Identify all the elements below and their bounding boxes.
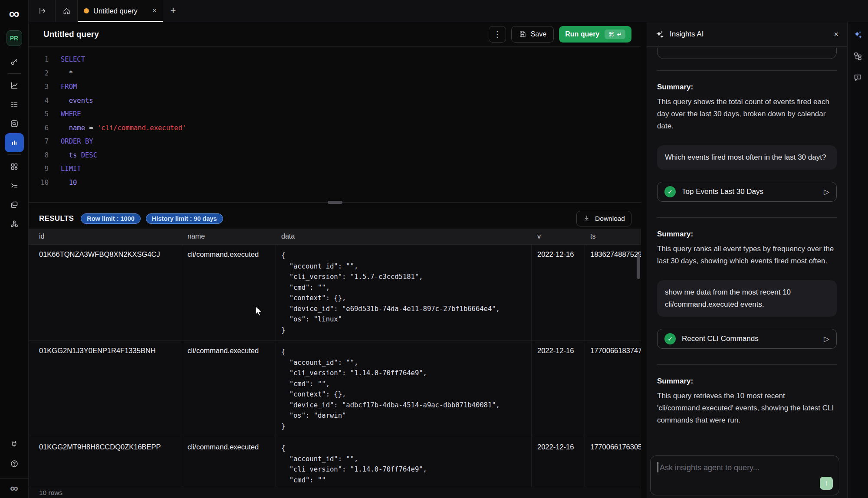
column-header-ts[interactable]: ts <box>585 233 641 240</box>
plug-icon[interactable] <box>5 434 24 453</box>
line-number: 10 <box>29 176 49 190</box>
code-text: ts DESC <box>61 149 97 163</box>
column-header-v[interactable]: v <box>532 233 585 240</box>
api-keys-icon[interactable] <box>5 52 24 71</box>
row-count: 10 rows <box>39 489 62 497</box>
insights-bar-chart-icon[interactable] <box>5 133 24 152</box>
save-label: Save <box>531 30 546 38</box>
input-placeholder: Ask insights agent to query... <box>660 463 760 472</box>
code-line: 10 10 <box>29 176 641 190</box>
insights-ai-rail-icon[interactable] <box>853 30 863 39</box>
column-header-name[interactable]: name <box>182 233 276 240</box>
sql-editor[interactable]: 1SELECT2 *3FROM4 events5WHERE6 name = 'c… <box>29 47 641 202</box>
chat-windows-icon[interactable] <box>5 195 24 214</box>
play-icon[interactable]: ▷ <box>824 187 829 197</box>
cell-id: 01K66TQNZA3WFBQ8XN2KXSG4CJ <box>29 245 182 341</box>
help-icon[interactable] <box>5 454 24 473</box>
user-message-bubble: show me data from the most recent 10 cli… <box>657 280 837 317</box>
explore-search-icon[interactable] <box>5 114 24 133</box>
summary-label: Summary: <box>657 230 837 239</box>
sidebar-divider <box>8 73 21 74</box>
column-header-id[interactable]: id <box>29 233 182 240</box>
cell-v: 2022-12-16 <box>532 437 585 487</box>
unsaved-dot-icon <box>84 8 89 13</box>
history-limit-badge[interactable]: History limit : 90 days <box>146 213 223 224</box>
cell-ts: 1770066183747 <box>585 341 641 437</box>
new-tab-button[interactable]: + <box>163 0 183 22</box>
cell-name: cli/command.executed <box>182 245 276 341</box>
table-header: idnamedatavts <box>29 229 641 245</box>
avatar[interactable]: PR <box>7 30 22 46</box>
user-message-bubble: Which events fired most often in the las… <box>657 145 837 170</box>
card-title: Recent CLI Commands <box>682 334 759 343</box>
feedback-rail-icon[interactable] <box>853 73 862 82</box>
schema-tree-rail-icon[interactable] <box>853 52 862 61</box>
table-body: 01K66TQNZA3WFBQ8XN2KXSG4CJcli/command.ex… <box>29 245 641 487</box>
summary-block: Summary:This query retrieves the 10 most… <box>657 377 837 426</box>
table-row[interactable]: 01K66TQNZA3WFBQ8XN2KXSG4CJcli/command.ex… <box>29 245 641 341</box>
code-text: * <box>61 67 73 81</box>
summary-text: This query shows the total count of even… <box>657 96 837 132</box>
close-panel-icon[interactable]: × <box>834 30 838 39</box>
summary-block: Summary:This query ranks all event types… <box>657 230 837 267</box>
tab-label: Untitled query <box>93 7 138 15</box>
more-options-button[interactable]: ⋮ <box>489 26 506 43</box>
query-result-card[interactable]: ✓Recent CLI Commands▷ <box>657 329 837 349</box>
line-number: 5 <box>29 108 49 121</box>
results-scrollbar-thumb[interactable] <box>637 254 640 279</box>
splitter-handle[interactable] <box>328 201 342 204</box>
table-row[interactable]: 01KGG2N1J3Y0ENP1R4F1335BNHcli/command.ex… <box>29 341 641 437</box>
line-number: 7 <box>29 135 49 149</box>
metrics-icon[interactable] <box>5 76 24 95</box>
row-limit-badge[interactable]: Row limit : 1000 <box>81 213 141 224</box>
cell-name: cli/command.executed <box>182 341 276 437</box>
line-number: 1 <box>29 53 49 67</box>
sidebar-bottom: ∞ <box>0 434 28 498</box>
home-icon[interactable] <box>56 0 77 22</box>
sparkles-icon <box>655 30 664 39</box>
sidebar-nav <box>5 52 24 233</box>
send-button[interactable]: ↑ <box>820 477 833 490</box>
save-button[interactable]: Save <box>511 26 554 43</box>
terminal-icon[interactable] <box>5 176 24 195</box>
collapse-sidebar-icon[interactable] <box>29 0 56 22</box>
line-number: 8 <box>29 149 49 163</box>
app-logo-icon: ∞ <box>9 6 19 21</box>
tab-untitled-query[interactable]: Untitled query × <box>77 0 163 22</box>
mouse-cursor <box>255 306 265 317</box>
play-icon[interactable]: ▷ <box>824 334 829 344</box>
summary-text: This query retrieves the 10 most recent … <box>657 390 837 426</box>
code-line: 5WHERE <box>29 108 641 121</box>
run-query-button[interactable]: Run query ⌘ ↵ <box>559 26 631 43</box>
cell-data: { "account_id": "", "cli_version": "1.5.… <box>276 245 532 341</box>
code-text: FROM <box>61 80 77 94</box>
feed-divider <box>657 70 837 71</box>
cell-data: { "account_id": "", "cli_version": "1.14… <box>276 341 532 437</box>
cell-name: cli/command.executed <box>182 437 276 487</box>
enter-key-icon: ↵ <box>617 31 622 38</box>
kebab-icon: ⋮ <box>493 29 501 39</box>
feed-divider <box>657 217 837 218</box>
code-text: events <box>61 94 93 108</box>
cell-id: 01KGG2N1J3Y0ENP1R4F1335BNH <box>29 341 182 437</box>
cell-ts: 1770066176305 <box>585 437 641 487</box>
query-result-card[interactable]: ✓Top Events Last 30 Days▷ <box>657 182 837 202</box>
apps-grid-icon[interactable] <box>5 157 24 176</box>
app-root: ∞ PR <box>0 0 868 498</box>
line-number: 3 <box>29 80 49 94</box>
send-arrow-icon: ↑ <box>825 479 829 488</box>
cell-ts: 1836274887529 <box>585 245 641 341</box>
event-list-icon[interactable] <box>5 95 24 114</box>
workflow-nodes-icon[interactable] <box>5 214 24 233</box>
code-lines: 1SELECT2 *3FROM4 events5WHERE6 name = 'c… <box>29 53 641 190</box>
check-icon: ✓ <box>664 333 676 344</box>
code-text: WHERE <box>61 108 81 121</box>
download-button[interactable]: Download <box>576 211 631 226</box>
code-line: 9LIMIT <box>29 162 641 176</box>
tab-close-icon[interactable]: × <box>152 7 157 15</box>
line-number: 6 <box>29 121 49 135</box>
insights-input[interactable]: Ask insights agent to query... ↑ <box>650 455 839 495</box>
table-row[interactable]: 01KGG2MT9H8H8CCDQ0ZK16BEPPcli/command.ex… <box>29 437 641 487</box>
column-header-data[interactable]: data <box>276 233 532 240</box>
header-actions: ⋮ Save Run query ⌘ ↵ <box>489 26 631 43</box>
